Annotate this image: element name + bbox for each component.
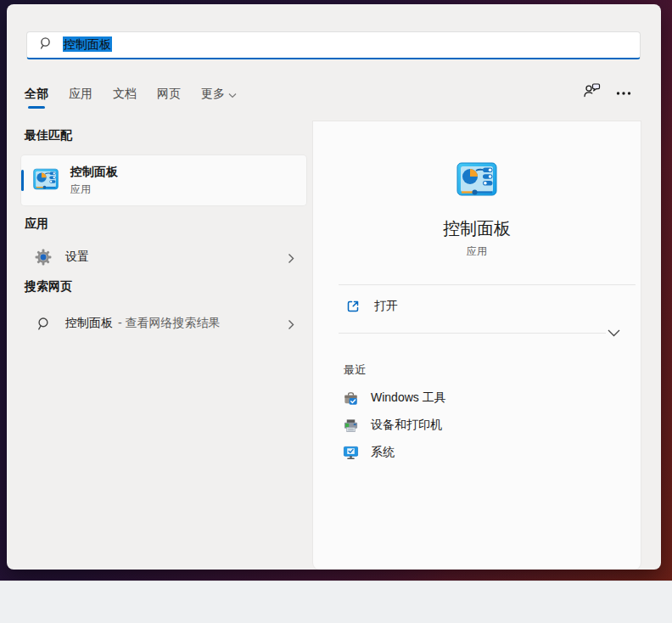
recent-item-system[interactable]: 系统 [332,440,620,465]
search-flyout-panel: 控制面板 全部 应用 文档 网页 更多 最佳匹配 [7,4,661,570]
divider [339,284,636,285]
search-input[interactable]: 控制面板 [26,31,641,59]
recent-item-label: Windows 工具 [371,390,446,406]
chevron-right-icon[interactable] [288,252,294,267]
web-search-suffix: - 查看网络搜索结果 [118,316,221,331]
devices-printers-icon [342,418,359,434]
tab-all[interactable]: 全部 [25,83,48,112]
control-panel-icon [33,166,59,195]
settings-gear-icon [35,249,52,266]
tab-web[interactable]: 网页 [157,83,181,112]
tab-apps[interactable]: 应用 [69,83,92,112]
selection-indicator [21,170,24,191]
desktop: 控制面板 全部 应用 文档 网页 更多 最佳匹配 [0,0,672,623]
result-settings[interactable]: 设置 [21,241,306,273]
recent-item-label: 设备和打印机 [371,418,442,433]
best-match-title: 控制面板 [70,165,118,180]
more-options-icon[interactable] [616,84,631,99]
recent-item-label: 系统 [371,445,395,460]
best-match-header: 最佳匹配 [25,128,72,143]
search-icon [35,317,52,331]
user-feedback-icon[interactable] [583,81,601,102]
settings-label: 设置 [65,250,89,265]
chevron-right-icon[interactable] [288,318,294,334]
windows-tools-icon [342,390,359,407]
detail-subtitle: 应用 [313,244,641,259]
chevron-down-icon [228,87,237,101]
detail-pane: 控制面板 应用 打开 最近 Windows 工具 [313,121,641,570]
tab-documents[interactable]: 文档 [113,83,137,112]
recent-header: 最近 [344,362,366,378]
divider [339,333,606,334]
recent-item-windows-tools[interactable]: Windows 工具 [332,385,620,411]
taskbar: 中 [0,581,672,623]
apps-header: 应用 [25,216,48,232]
open-button[interactable]: 打开 [332,291,620,322]
system-monitor-icon [342,445,359,461]
tab-more[interactable]: 更多 [201,83,237,112]
search-web-header: 搜索网页 [25,279,72,295]
search-icon [39,36,53,53]
best-match-result-control-panel[interactable]: 控制面板 应用 [21,155,306,205]
open-external-icon [345,299,361,314]
open-label: 打开 [374,299,398,314]
recent-item-devices-printers[interactable]: 设备和打印机 [332,413,620,438]
search-filter-tabs: 全部 应用 文档 网页 更多 [25,83,237,112]
chevron-down-icon[interactable] [605,325,622,340]
search-query-text: 控制面板 [63,36,112,52]
detail-title: 控制面板 [313,217,641,240]
web-search-label: 控制面板 [65,316,113,331]
result-web-search[interactable]: 控制面板 - 查看网络搜索结果 [21,307,306,340]
best-match-subtitle: 应用 [70,182,118,197]
control-panel-icon [456,159,497,203]
